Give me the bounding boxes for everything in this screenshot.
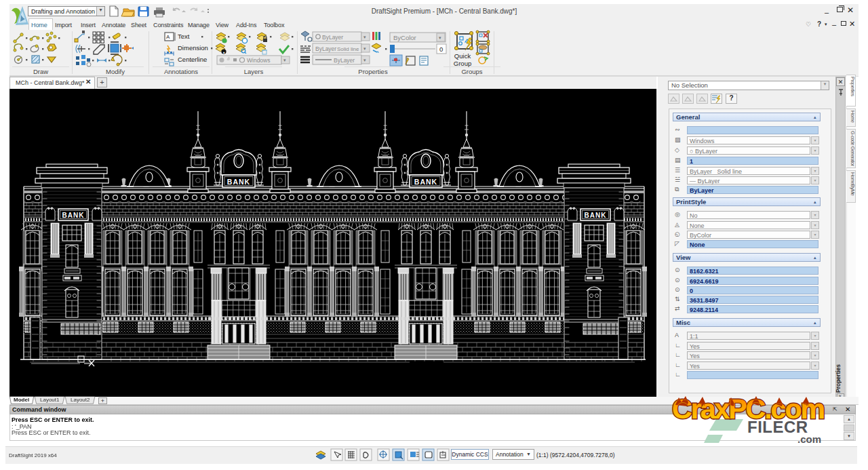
- svg-text:Text: Text: [178, 33, 190, 40]
- svg-text:Group: Group: [454, 60, 471, 67]
- svg-text:.com: .com: [797, 433, 821, 445]
- svg-text:▾: ▾: [283, 58, 286, 62]
- svg-text:BANK: BANK: [227, 178, 250, 186]
- svg-text:BANK: BANK: [414, 178, 437, 186]
- svg-text:0: 0: [439, 45, 443, 53]
- svg-text:ByColor: ByColor: [393, 34, 416, 41]
- svg-text:▾: ▾: [363, 46, 366, 51]
- svg-text:Quick: Quick: [454, 52, 471, 60]
- svg-text:BANK: BANK: [62, 212, 85, 219]
- svg-text:Centerline: Centerline: [178, 56, 207, 63]
- svg-text:Solid line: Solid line: [337, 46, 359, 52]
- svg-text:▾: ▾: [363, 35, 366, 39]
- svg-text:●: ●: [223, 50, 225, 54]
- svg-text:▾: ▾: [363, 58, 366, 62]
- svg-text:BANK: BANK: [585, 212, 607, 219]
- svg-text:Dimension: Dimension: [178, 44, 208, 52]
- svg-text:ByLayer: ByLayer: [315, 45, 336, 52]
- svg-text:Windows: Windows: [247, 57, 270, 64]
- svg-text:ByLayer: ByLayer: [334, 57, 355, 64]
- svg-text:ByLayer: ByLayer: [322, 34, 343, 41]
- svg-text:▾: ▾: [439, 35, 441, 40]
- svg-text:CraxPC.com: CraxPC.com: [672, 393, 824, 425]
- svg-text:A: A: [166, 34, 170, 40]
